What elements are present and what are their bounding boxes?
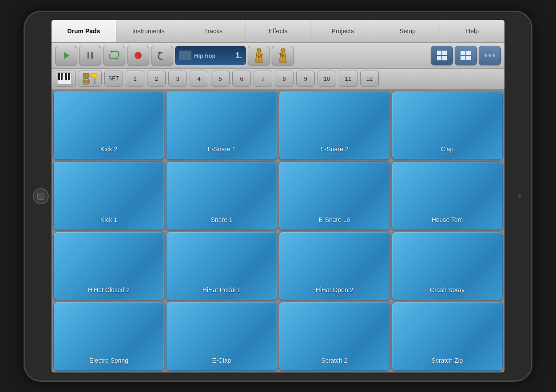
svg-rect-15 [279, 60, 286, 62]
pattern-btn-5[interactable]: 5 [211, 71, 230, 87]
svg-rect-2 [91, 52, 93, 59]
tab-drum-pads[interactable]: Drum Pads [52, 20, 116, 42]
track-num: 1. [235, 51, 242, 60]
pattern-bar: SET 1 2 3 4 5 6 7 8 [52, 69, 504, 89]
svg-rect-21 [58, 73, 60, 80]
metronome-button-1[interactable] [248, 46, 270, 65]
toolbar: Hip hop 1. [52, 43, 504, 69]
pattern-btn-4[interactable]: 4 [190, 71, 208, 87]
home-button[interactable] [33, 188, 49, 204]
pattern-btn-2[interactable]: 2 [147, 71, 166, 87]
loop-button[interactable] [103, 46, 125, 65]
pad-esnare1[interactable]: E-Snare 1 [166, 91, 277, 160]
svg-rect-23 [65, 73, 67, 80]
pad-clap[interactable]: Clap [392, 91, 503, 160]
app-container: Drum Pads Instruments Tracks Effects Pro… [52, 20, 504, 372]
pad-scratchzip[interactable]: Scratch Zip [392, 302, 503, 371]
pad-esnarelo[interactable]: E-Snare Lo [279, 161, 390, 230]
piano-button[interactable] [53, 71, 76, 87]
pad-crashspray[interactable]: Crash Spray [392, 232, 503, 301]
split-view-button[interactable] [455, 46, 477, 65]
svg-point-28 [83, 80, 89, 83]
drums-button[interactable] [79, 71, 102, 87]
camera [518, 194, 521, 198]
pad-kick1[interactable]: Kick 1 [53, 161, 164, 230]
svg-rect-1 [87, 52, 89, 59]
svg-marker-0 [64, 52, 70, 59]
pad-snare1[interactable]: Snare 1 [166, 161, 277, 230]
pad-scratch2[interactable]: Scratch 2 [279, 302, 390, 371]
svg-rect-18 [461, 56, 465, 60]
svg-rect-22 [61, 73, 63, 80]
tab-instruments[interactable]: Instruments [116, 20, 181, 42]
pad-electrospring[interactable]: Electro Spring [53, 302, 164, 371]
tab-effects[interactable]: Effects [246, 20, 311, 42]
record-button[interactable] [127, 46, 149, 65]
ipad-frame: Drum Pads Instruments Tracks Effects Pro… [25, 12, 531, 380]
track-display[interactable]: Hip hop 1. [175, 46, 246, 65]
svg-rect-25 [83, 73, 89, 78]
track-icon [179, 51, 191, 60]
svg-rect-19 [466, 56, 471, 60]
metronome-button-2[interactable] [272, 46, 294, 65]
pads-grid: Kick 2 E-Snare 1 E-Snare 2 Clap Kick 1 S… [52, 89, 504, 372]
svg-point-5 [135, 52, 142, 59]
pad-housetom[interactable]: House Tom [392, 161, 503, 230]
pattern-btn-7[interactable]: 7 [254, 71, 272, 87]
dots-icon [485, 54, 495, 57]
svg-rect-16 [461, 51, 465, 55]
svg-marker-3 [116, 57, 119, 60]
pattern-btn-6[interactable]: 6 [232, 71, 251, 87]
tab-bar: Drum Pads Instruments Tracks Effects Pro… [52, 20, 504, 43]
svg-point-9 [258, 56, 260, 58]
tab-projects[interactable]: Projects [310, 20, 375, 42]
pad-kick2[interactable]: Kick 2 [53, 91, 164, 160]
pattern-btn-8[interactable]: 8 [275, 71, 294, 87]
tab-tracks[interactable]: Tracks [181, 20, 246, 42]
pattern-btn-3[interactable]: 3 [168, 71, 187, 87]
pattern-btn-11[interactable]: 11 [339, 71, 357, 87]
pad-hihatopen2[interactable]: HiHat Open 2 [279, 232, 390, 301]
grid-view-button[interactable] [431, 46, 453, 65]
pattern-btn-12[interactable]: 12 [360, 71, 379, 87]
svg-rect-17 [466, 51, 471, 55]
pad-hihatclosed2[interactable]: HiHat Closed 2 [53, 232, 164, 301]
set-button[interactable]: SET [104, 71, 123, 87]
svg-rect-10 [255, 60, 262, 62]
pad-esnare2[interactable]: E-Snare 2 [279, 91, 390, 160]
svg-rect-24 [68, 73, 70, 80]
undo-button[interactable] [151, 46, 173, 65]
more-button[interactable] [479, 46, 501, 65]
svg-point-14 [282, 55, 284, 57]
home-button-inner [37, 193, 44, 200]
svg-marker-4 [110, 51, 112, 53]
pattern-btn-1[interactable]: 1 [126, 71, 144, 87]
pause-button[interactable] [79, 46, 101, 65]
grid-icon [437, 51, 447, 60]
pad-hihatpedal2[interactable]: HiHat Pedal 2 [166, 232, 277, 301]
svg-rect-26 [91, 73, 97, 78]
pattern-btn-10[interactable]: 10 [318, 71, 336, 87]
track-name: Hip hop [194, 52, 233, 59]
pattern-btn-9[interactable]: 9 [296, 71, 315, 87]
pad-eclap[interactable]: E-Clap [166, 302, 277, 371]
play-button[interactable] [55, 46, 77, 65]
tab-help[interactable]: Help [440, 20, 504, 42]
tab-setup[interactable]: Setup [375, 20, 440, 42]
